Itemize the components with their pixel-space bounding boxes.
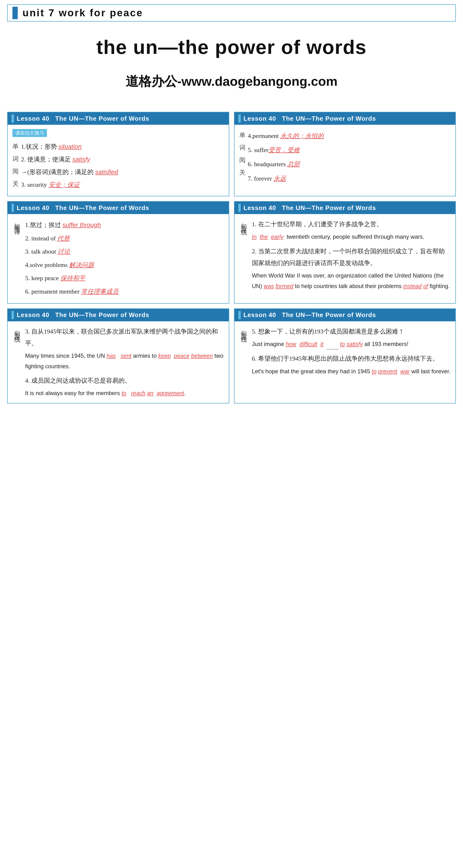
card-lesson-label-4: Lesson 40 The UN—The Power of Words (243, 204, 376, 212)
card-body-5: 句型在线 3. 自从1945年以来，联合国已多次派出军队来维护两个战争国之间的和… (8, 321, 229, 403)
phrase-4: 4.solve problems 解决问题 (25, 258, 224, 272)
card-body-4: 句型在线 1. 在二十世纪早期，人们遭受了许多战争之苦。 In the earl… (234, 214, 456, 296)
phrase-1: 1.熬过；挨过 suffer through (25, 218, 224, 232)
phrase-entries: 1.熬过；挨过 suffer through 2. instead of 代替 … (25, 218, 224, 298)
sentence-en-5: Just imagine how difficult it to satisfy… (252, 339, 451, 349)
vocab-right-entries: 4.permanent 永久的；永恒的 5. suffer受苦，受难 6. he… (248, 129, 324, 186)
card-lesson-label-6: Lesson 40 The UN—The Power of Words (243, 311, 376, 319)
card-lesson-label-2: Lesson 40 The UN—The Power of Words (243, 115, 376, 122)
card-body-6: 句型在线 5. 想象一下，让所有的193个成员国都满意是多么困难！ Just i… (234, 321, 456, 383)
card-header-accent-6 (238, 311, 241, 319)
vocab-right-table: 单 词 阅 关 4.permanent 永久的；永恒的 5. suffer受苦，… (239, 129, 451, 186)
card-body-2: 单 词 阅 关 4.permanent 永久的；永恒的 5. suffer受苦，… (234, 125, 456, 191)
card-header-accent (11, 115, 14, 123)
header-accent-bar (12, 7, 18, 19)
page-header: unit 7 work for peace (7, 4, 456, 22)
phrase-2: 2. instead of 代替 (25, 232, 224, 245)
vocab-right-4: 7. forever 永远 (248, 172, 324, 185)
sentence-en-3: Many times since 1945, the UN has sent a… (25, 350, 224, 371)
sentence-cn-1: 1. 在二十世纪早期，人们遭受了许多战争之苦。 (252, 218, 451, 230)
lesson-card-1: Lesson 40 The UN—The Power of Words 课前自主… (7, 112, 229, 196)
vocab-entry-1: 1.状况；形势 situation (21, 140, 224, 153)
card-body-1: 课前自主预习 单 词 阅 关 1.状况；形势 situation 2. 使满意；… (8, 125, 229, 196)
sentence-section-5: 句型在线 3. 自从1945年以来，联合国已多次派出军队来维护两个战争国之间的和… (12, 326, 224, 398)
sentence-section-6: 句型在线 5. 想象一下，让所有的193个成员国都满意是多么困难！ Just i… (239, 326, 451, 376)
sentence-label-5: 句型在线 (12, 326, 22, 333)
sentence-content-4: 1. 在二十世纪早期，人们遭受了许多战争之苦。 In the early twe… (252, 218, 451, 291)
vocab-right-3: 6. headquarters 总部 (248, 157, 324, 171)
card-header-1: Lesson 40 The UN—The Power of Words (8, 112, 229, 125)
card-header-accent-5 (11, 311, 14, 319)
vocab-entry-2: 2. 使满意；使满足 satisfy (21, 153, 224, 166)
vocab-entry-3: →(形容词)满意的；满足的 satisfied (21, 166, 224, 178)
lesson-card-2: Lesson 40 The UN—The Power of Words 单 词 … (234, 112, 456, 196)
cards-grid: Lesson 40 The UN—The Power of Words 课前自主… (5, 110, 458, 406)
main-title: the un—the power of words (96, 36, 367, 58)
phrase-6: 6. permanent member 常任理事成员 (25, 285, 224, 298)
vocab-right-labels: 单 词 阅 关 (239, 129, 245, 179)
card-lesson-label-5: Lesson 40 The UN—The Power of Words (17, 311, 149, 319)
card-header-5: Lesson 40 The UN—The Power of Words (8, 309, 229, 321)
sentence-en-6: Let's hope that the great idea they had … (252, 366, 451, 376)
sentence-content-5: 3. 自从1945年以来，联合国已多次派出军队来维护两个战争国之间的和平。 Ma… (25, 326, 224, 398)
card-lesson-label-1: Lesson 40 The UN—The Power of Words (17, 115, 149, 122)
card-body-3: 短语互译 1.熬过；挨过 suffer through 2. instead o… (8, 214, 229, 303)
phrase-label: 短语互译 (12, 218, 22, 226)
phrase-table: 短语互译 1.熬过；挨过 suffer through 2. instead o… (12, 218, 224, 298)
sentence-en-2: When World War II was over, an organizat… (252, 270, 451, 291)
sentence-section-4: 句型在线 1. 在二十世纪早期，人们遭受了许多战争之苦。 In the earl… (239, 218, 451, 291)
sentence-label-4: 句型在线 (239, 218, 249, 226)
card-header-accent-3 (11, 204, 14, 212)
vocab-right-1: 4.permanent 永久的；永恒的 (248, 129, 324, 143)
main-title-area: the un—the power of words 道格办公-www.daoge… (0, 22, 463, 95)
header-title: unit 7 work for peace (23, 7, 143, 19)
sentence-cn-6: 6. 希望他们于1945年构思出的阻止战争的伟大思想将永远持续下去。 (252, 353, 451, 365)
vocab-tag: 课前自主预习 (12, 129, 47, 137)
sentence-en-1: In the early twentieth century, people s… (252, 231, 451, 242)
vocab-entries-1: 1.状况；形势 situation 2. 使满意；使满足 satisfy →(形… (21, 140, 224, 191)
sentence-content-6: 5. 想象一下，让所有的193个成员国都满意是多么困难！ Just imagin… (252, 326, 451, 376)
sentence-label-6: 句型在线 (239, 326, 249, 333)
lesson-card-4: Lesson 40 The UN—The Power of Words 句型在线… (234, 201, 456, 304)
lesson-card-6: Lesson 40 The UN—The Power of Words 句型在线… (234, 308, 456, 404)
vocab-table-1: 单 词 阅 关 1.状况；形势 situation 2. 使满意；使满足 sat… (12, 140, 224, 191)
sentence-en-4: It is not always easy for the members to… (25, 388, 224, 398)
phrase-5: 5. keep peace 保持和平 (25, 272, 224, 285)
vocab-labels: 单 词 阅 关 (12, 140, 19, 190)
card-header-6: Lesson 40 The UN—The Power of Words (234, 309, 456, 321)
card-header-accent-2 (238, 115, 241, 123)
card-header-2: Lesson 40 The UN—The Power of Words (234, 112, 456, 125)
sentence-cn-4: 4. 成员国之间达成协议不总是容易的。 (25, 375, 224, 386)
vocab-entry-4: 3. security 安全；保证 (21, 178, 224, 191)
website-subtitle: 道格办公-www.daogebangong.com (126, 73, 338, 90)
sentence-cn-2: 2. 当第二次世界大战结束时，一个叫作联合国的组织成立了，旨在帮助国家就他们的问… (252, 245, 451, 269)
sentence-cn-3: 3. 自从1945年以来，联合国已多次派出军队来维护两个战争国之间的和平。 (25, 326, 224, 349)
card-lesson-label-3: Lesson 40 The UN—The Power of Words (17, 204, 149, 212)
card-header-3: Lesson 40 The UN—The Power of Words (8, 202, 229, 214)
lesson-card-3: Lesson 40 The UN—The Power of Words 短语互译… (7, 201, 229, 304)
card-header-accent-4 (238, 204, 241, 212)
phrase-3: 3. talk about 讨论 (25, 245, 224, 258)
card-header-4: Lesson 40 The UN—The Power of Words (234, 202, 456, 214)
vocab-right-2: 5. suffer受苦，受难 (248, 143, 324, 157)
sentence-cn-5: 5. 想象一下，让所有的193个成员国都满意是多么困难！ (252, 326, 451, 337)
lesson-card-5: Lesson 40 The UN—The Power of Words 句型在线… (7, 308, 229, 404)
